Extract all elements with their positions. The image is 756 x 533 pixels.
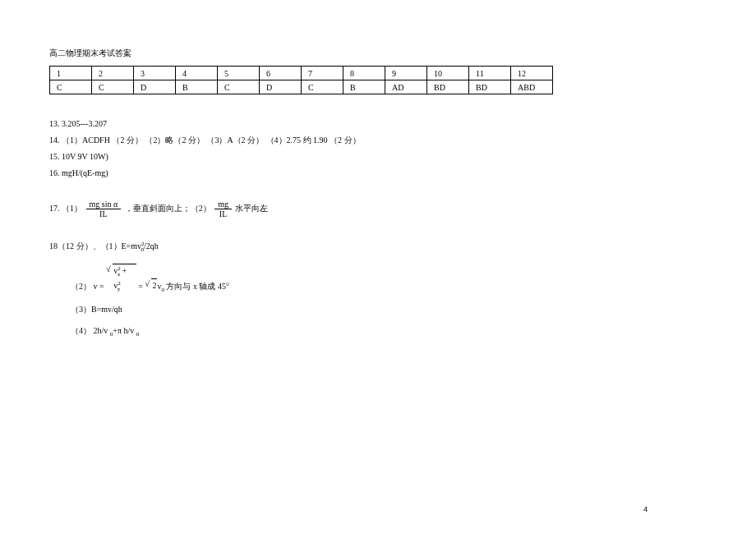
q16: 16. mgH/(qE-mg) — [49, 167, 707, 180]
td: B — [343, 80, 385, 94]
th: 8 — [343, 67, 385, 80]
q18: 18（12 分）、（1）E=mv20/2qh （2） v = v2x + v2y… — [49, 240, 707, 339]
sqrt-icon: v2x + v2y — [106, 264, 136, 295]
frac-num: mg — [214, 200, 232, 209]
td: D — [260, 80, 302, 94]
table-row-answers: C C D B C D C B AD BD BD ABD — [50, 80, 553, 94]
th: 10 — [427, 67, 469, 80]
th: 12 — [511, 67, 553, 80]
th: 3 — [134, 67, 176, 80]
answer-table: 1 2 3 4 5 6 7 8 9 10 11 12 C C D B C D C… — [49, 66, 553, 94]
td: B — [176, 80, 218, 94]
q18-p2: （2） v = v2x + v2y = 2v0 方向与 x 轴成 45° — [71, 264, 707, 295]
th: 11 — [469, 67, 511, 80]
sqrt-icon: 2 — [145, 278, 157, 292]
q17-text1: ，垂直斜面向上；（2） — [125, 204, 211, 213]
frac-num: mg sin α — [86, 200, 122, 209]
td: C — [50, 80, 92, 94]
th: 4 — [176, 67, 218, 80]
q18-p3: （3）B=mv/qh — [71, 303, 707, 316]
q17: 17. （1） mg sin α IL ，垂直斜面向上；（2） mg IL 水平… — [49, 200, 707, 218]
q18-p1-text: 18（12 分）、（1）E=mv — [49, 241, 141, 250]
q17-text2: 水平向左 — [235, 204, 268, 213]
q17-label: 17. （1） — [49, 204, 82, 213]
page-number: 4 — [643, 505, 648, 513]
q17-frac2: mg IL — [214, 200, 232, 218]
q18-p1-tail: /2qh — [144, 241, 159, 250]
q18-p2-tail: 方向与 x 轴成 45° — [166, 281, 229, 290]
q18-p1: 18（12 分）、（1）E=mv20/2qh — [49, 240, 707, 255]
frac-den: IL — [214, 209, 232, 218]
q18-p4-a: （4） 2h/v — [71, 326, 110, 335]
th: 6 — [260, 67, 302, 80]
td: C — [92, 80, 134, 94]
page-title: 高二物理期末考试答案 — [49, 48, 707, 59]
q18-p2-label: （2） v = — [71, 281, 104, 290]
table-row-headers: 1 2 3 4 5 6 7 8 9 10 11 12 — [50, 67, 553, 80]
q13: 13. 3.205---3.207 — [49, 117, 707, 131]
q17-frac1: mg sin α IL — [86, 200, 122, 218]
q14: 14. （1）ACDFH （2 分） （2）略（2 分） （3）A（2 分） （… — [49, 134, 707, 147]
td: BD — [427, 80, 469, 94]
th: 5 — [218, 67, 260, 80]
td: ABD — [511, 80, 553, 94]
td: C — [218, 80, 260, 94]
q18-p4-mid: +π h/v — [113, 326, 134, 335]
td: AD — [385, 80, 427, 94]
q18-p2-eq: = — [138, 281, 145, 290]
q15: 15. 10V 9V 10W) — [49, 150, 707, 163]
td: D — [134, 80, 176, 94]
sub: 0 — [161, 286, 164, 292]
th: 7 — [302, 67, 343, 80]
th: 1 — [50, 67, 92, 80]
td: BD — [469, 80, 511, 94]
th: 2 — [92, 67, 134, 80]
q18-p4: （4） 2h/v 0+π h/v 0 — [71, 324, 707, 339]
td: C — [302, 80, 343, 94]
sub: 0 — [136, 331, 140, 338]
th: 9 — [385, 67, 427, 80]
frac-den: IL — [86, 209, 122, 218]
